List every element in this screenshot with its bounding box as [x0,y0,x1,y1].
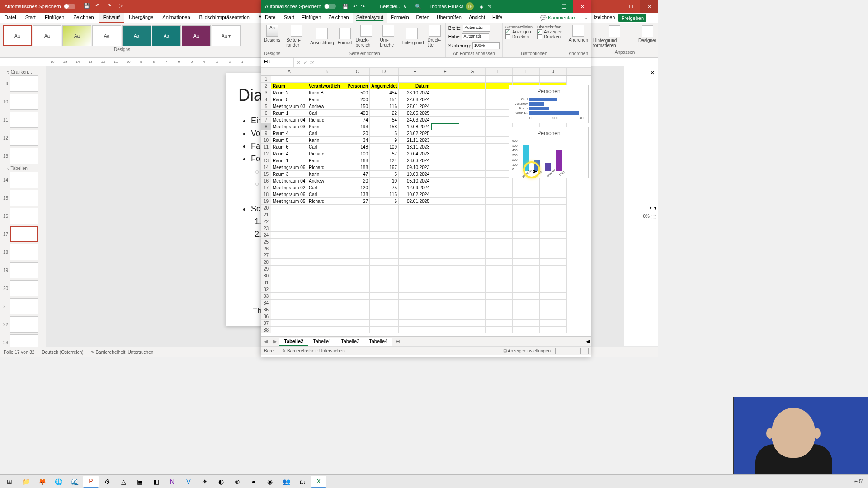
cell-B3[interactable]: Karin B. [307,89,345,96]
taskbar-app2[interactable]: ◧ [148,476,164,488]
cell-C21[interactable] [345,211,370,218]
taskbar-app[interactable]: ▣ [132,476,147,488]
cell-J27[interactable] [540,252,567,259]
cell-E33[interactable] [399,293,431,300]
cell-A5[interactable]: Meetingraum 03 [271,103,307,110]
cell-B11[interactable]: Carl [307,144,345,150]
more-icon[interactable]: ⋯ [367,4,375,9]
sheet-tab-tabelle3[interactable]: Tabelle3 [336,338,364,346]
cell-B2[interactable]: Verantwortlich [307,83,345,89]
cell-A33[interactable] [271,293,307,300]
pane-close-icon[interactable]: ✕ [650,70,655,76]
cell-I23[interactable] [513,225,540,232]
cell-H36[interactable] [486,313,513,320]
row-header-4[interactable]: 4 [261,96,271,103]
cell-H22[interactable] [486,218,513,225]
cell-C34[interactable] [345,300,370,306]
col-header-F[interactable]: F [431,68,459,75]
cell-J1[interactable] [540,76,567,83]
cell-C38[interactable] [345,327,370,333]
cell-C5[interactable]: 150 [345,103,370,110]
cell-H21[interactable] [486,211,513,218]
cell-D1[interactable] [370,76,399,83]
cell-F20[interactable] [431,205,459,211]
cell-I25[interactable] [513,239,540,245]
xl-tab-formeln[interactable]: Formeln [387,13,412,23]
row-header-28[interactable]: 28 [261,259,271,266]
cell-H14[interactable] [486,164,513,171]
cell-G32[interactable] [459,286,486,293]
cell-H9[interactable] [486,130,513,137]
cell-D10[interactable]: 9 [370,137,399,144]
cell-I33[interactable] [513,293,540,300]
cell-C20[interactable] [345,205,370,211]
taskbar-powerpoint[interactable]: P [83,476,99,488]
cell-F27[interactable] [431,252,459,259]
cell-G19[interactable] [459,198,486,205]
cell-G7[interactable] [459,117,486,123]
cell-A26[interactable] [271,245,307,252]
taskbar-firefox[interactable]: 🦊 [34,476,50,488]
cell-A29[interactable] [271,266,307,272]
cell-G10[interactable] [459,137,486,144]
taskbar-excel[interactable]: X [311,476,326,488]
cell-A38[interactable] [271,327,307,333]
close-button[interactable]: ✕ [573,0,591,13]
row-header-32[interactable]: 32 [261,286,271,293]
cell-H27[interactable] [486,252,513,259]
taskbar-settings[interactable]: ⚙ [99,476,115,488]
col-header-I[interactable]: I [513,68,540,75]
cell-D11[interactable]: 109 [370,144,399,150]
cell-B29[interactable] [307,266,345,272]
cell-D17[interactable]: 75 [370,184,399,191]
cell-I28[interactable] [513,259,540,266]
cell-F25[interactable] [431,239,459,245]
cell-B12[interactable]: Richard [307,150,345,157]
slide-thumb-21[interactable] [10,298,38,314]
cell-D25[interactable] [370,239,399,245]
anzeigeeinstellungen[interactable]: ⊞ Anzeigeeinstellungen [503,348,551,353]
slide-thumb-19[interactable] [10,262,38,278]
cell-B27[interactable] [307,252,345,259]
cell-C37[interactable] [345,320,370,327]
taskbar-app3[interactable]: ◐ [213,476,229,488]
cell-H25[interactable] [486,239,513,245]
row-header-16[interactable]: 16 [261,178,271,184]
cell-D37[interactable] [370,320,399,327]
cell-D31[interactable] [370,279,399,286]
taskbar-onenote[interactable]: N [165,476,180,488]
cell-F14[interactable] [431,164,459,171]
cell-D26[interactable] [370,245,399,252]
design-theme-1[interactable]: Aa [3,25,32,46]
cell-A4[interactable]: Raum 5 [271,96,307,103]
cell-H7[interactable] [486,117,513,123]
cell-A37[interactable] [271,320,307,327]
cell-C16[interactable]: 20 [345,178,370,184]
cell-I26[interactable] [513,245,540,252]
cell-I20[interactable] [513,205,540,211]
cell-B35[interactable] [307,306,345,313]
row-header-34[interactable]: 34 [261,300,271,306]
cell-H3[interactable] [486,89,513,96]
cell-A24[interactable] [271,232,307,239]
cell-D8[interactable]: 158 [370,123,399,130]
cell-I19[interactable] [513,198,540,205]
cell-J28[interactable] [540,259,567,266]
cell-F3[interactable] [431,89,459,96]
cell-G8[interactable] [459,123,486,130]
gitter-drucken-check[interactable]: Drucken [505,34,533,39]
pp-tab-start[interactable]: Start [21,13,40,23]
cell-H29[interactable] [486,266,513,272]
cell-D24[interactable] [370,232,399,239]
cell-F28[interactable] [431,259,459,266]
cell-E9[interactable]: 23.02.2025 [399,130,431,137]
cell-H31[interactable] [486,279,513,286]
pp-tab-bildschirmpräsentation[interactable]: Bildschirmpräsentation [195,13,254,23]
cell-G4[interactable] [459,96,486,103]
cell-J21[interactable] [540,211,567,218]
cell-C9[interactable]: 20 [345,130,370,137]
row-header-20[interactable]: 20 [261,205,271,211]
row-header-29[interactable]: 29 [261,266,271,272]
cell-B34[interactable] [307,300,345,306]
col-header-A[interactable]: A [271,68,307,75]
